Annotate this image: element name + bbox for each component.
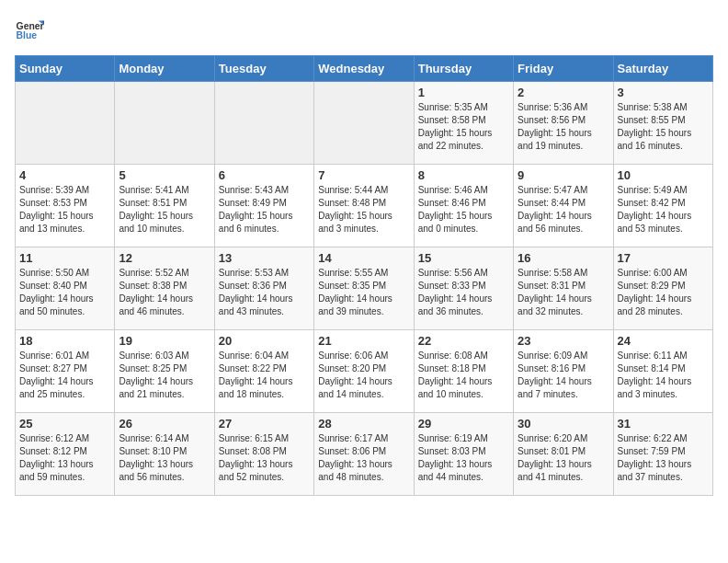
- header-saturday: Saturday: [613, 56, 712, 82]
- day-number: 8: [418, 168, 509, 182]
- header-sunday: Sunday: [16, 56, 115, 82]
- day-number: 1: [418, 86, 509, 99]
- calendar-cell: 1Sunrise: 5:35 AM Sunset: 8:58 PM Daylig…: [414, 82, 513, 165]
- day-number: 31: [618, 417, 709, 431]
- calendar-cell: 10Sunrise: 5:49 AM Sunset: 8:42 PM Dayli…: [613, 165, 712, 247]
- day-info: Sunrise: 5:47 AM Sunset: 8:44 PM Dayligh…: [518, 184, 609, 236]
- day-info: Sunrise: 6:14 AM Sunset: 8:10 PM Dayligh…: [119, 432, 210, 484]
- header-wednesday: Wednesday: [314, 56, 414, 82]
- day-info: Sunrise: 6:06 AM Sunset: 8:20 PM Dayligh…: [318, 350, 409, 401]
- day-info: Sunrise: 6:09 AM Sunset: 8:16 PM Dayligh…: [518, 350, 609, 401]
- day-number: 26: [119, 417, 210, 431]
- day-info: Sunrise: 5:39 AM Sunset: 8:53 PM Dayligh…: [19, 184, 110, 236]
- logo: General Blue: [15, 15, 48, 44]
- day-info: Sunrise: 5:44 AM Sunset: 8:48 PM Dayligh…: [318, 184, 409, 236]
- day-info: Sunrise: 6:17 AM Sunset: 8:06 PM Dayligh…: [318, 432, 409, 484]
- calendar-body: 1Sunrise: 5:35 AM Sunset: 8:58 PM Daylig…: [16, 82, 713, 496]
- calendar-cell: 4Sunrise: 5:39 AM Sunset: 8:53 PM Daylig…: [16, 165, 115, 247]
- day-info: Sunrise: 5:52 AM Sunset: 8:38 PM Dayligh…: [119, 267, 210, 318]
- calendar-cell: 6Sunrise: 5:43 AM Sunset: 8:49 PM Daylig…: [214, 165, 313, 247]
- day-info: Sunrise: 6:01 AM Sunset: 8:27 PM Dayligh…: [19, 350, 110, 401]
- day-number: 16: [518, 251, 609, 265]
- calendar-cell: 2Sunrise: 5:36 AM Sunset: 8:56 PM Daylig…: [514, 82, 613, 165]
- week-row-3: 11Sunrise: 5:50 AM Sunset: 8:40 PM Dayli…: [16, 247, 713, 330]
- day-info: Sunrise: 5:50 AM Sunset: 8:40 PM Dayligh…: [19, 267, 110, 318]
- day-number: 22: [418, 334, 509, 348]
- header-thursday: Thursday: [414, 56, 513, 82]
- calendar-cell: 17Sunrise: 6:00 AM Sunset: 8:29 PM Dayli…: [613, 247, 712, 330]
- calendar-cell: [314, 82, 414, 165]
- day-number: 20: [219, 334, 310, 348]
- day-number: 10: [618, 168, 709, 182]
- calendar-header: SundayMondayTuesdayWednesdayThursdayFrid…: [16, 56, 713, 82]
- calendar-cell: 26Sunrise: 6:14 AM Sunset: 8:10 PM Dayli…: [115, 413, 214, 496]
- day-number: 18: [19, 334, 110, 348]
- day-info: Sunrise: 6:11 AM Sunset: 8:14 PM Dayligh…: [618, 350, 709, 401]
- day-info: Sunrise: 6:03 AM Sunset: 8:25 PM Dayligh…: [119, 350, 210, 401]
- calendar-cell: 30Sunrise: 6:20 AM Sunset: 8:01 PM Dayli…: [514, 413, 613, 496]
- day-number: 2: [518, 86, 609, 99]
- calendar-cell: 14Sunrise: 5:55 AM Sunset: 8:35 PM Dayli…: [314, 247, 414, 330]
- day-number: 23: [518, 334, 609, 348]
- day-number: 24: [618, 334, 709, 348]
- header-row: SundayMondayTuesdayWednesdayThursdayFrid…: [16, 56, 713, 82]
- calendar-cell: 31Sunrise: 6:22 AM Sunset: 7:59 PM Dayli…: [613, 413, 712, 496]
- day-info: Sunrise: 5:58 AM Sunset: 8:31 PM Dayligh…: [518, 267, 609, 318]
- calendar-cell: [214, 82, 313, 165]
- day-number: 11: [19, 251, 110, 265]
- calendar-cell: [16, 82, 115, 165]
- calendar-table: SundayMondayTuesdayWednesdayThursdayFrid…: [15, 55, 713, 496]
- week-row-4: 18Sunrise: 6:01 AM Sunset: 8:27 PM Dayli…: [16, 330, 713, 413]
- logo-icon: General Blue: [15, 15, 44, 44]
- day-number: 19: [119, 334, 210, 348]
- day-info: Sunrise: 6:00 AM Sunset: 8:29 PM Dayligh…: [618, 267, 709, 318]
- day-info: Sunrise: 6:19 AM Sunset: 8:03 PM Dayligh…: [418, 432, 509, 484]
- day-number: 9: [518, 168, 609, 182]
- week-row-2: 4Sunrise: 5:39 AM Sunset: 8:53 PM Daylig…: [16, 165, 713, 247]
- day-info: Sunrise: 5:46 AM Sunset: 8:46 PM Dayligh…: [418, 184, 509, 236]
- day-info: Sunrise: 6:15 AM Sunset: 8:08 PM Dayligh…: [219, 432, 310, 484]
- week-row-1: 1Sunrise: 5:35 AM Sunset: 8:58 PM Daylig…: [16, 82, 713, 165]
- calendar-cell: [115, 82, 214, 165]
- calendar-cell: 27Sunrise: 6:15 AM Sunset: 8:08 PM Dayli…: [214, 413, 313, 496]
- day-info: Sunrise: 5:56 AM Sunset: 8:33 PM Dayligh…: [418, 267, 509, 318]
- day-info: Sunrise: 6:20 AM Sunset: 8:01 PM Dayligh…: [518, 432, 609, 484]
- day-number: 14: [318, 251, 409, 265]
- day-info: Sunrise: 6:04 AM Sunset: 8:22 PM Dayligh…: [219, 350, 310, 401]
- calendar-cell: 13Sunrise: 5:53 AM Sunset: 8:36 PM Dayli…: [214, 247, 313, 330]
- calendar-cell: 3Sunrise: 5:38 AM Sunset: 8:55 PM Daylig…: [613, 82, 712, 165]
- day-number: 30: [518, 417, 609, 431]
- day-number: 25: [19, 417, 110, 431]
- calendar-cell: 29Sunrise: 6:19 AM Sunset: 8:03 PM Dayli…: [414, 413, 513, 496]
- calendar-cell: 11Sunrise: 5:50 AM Sunset: 8:40 PM Dayli…: [16, 247, 115, 330]
- day-info: Sunrise: 5:35 AM Sunset: 8:58 PM Dayligh…: [418, 101, 509, 153]
- day-number: 6: [219, 168, 310, 182]
- calendar-cell: 20Sunrise: 6:04 AM Sunset: 8:22 PM Dayli…: [214, 330, 313, 413]
- day-number: 21: [318, 334, 409, 348]
- day-info: Sunrise: 5:55 AM Sunset: 8:35 PM Dayligh…: [318, 267, 409, 318]
- calendar-cell: 9Sunrise: 5:47 AM Sunset: 8:44 PM Daylig…: [514, 165, 613, 247]
- day-info: Sunrise: 5:43 AM Sunset: 8:49 PM Dayligh…: [219, 184, 310, 236]
- day-number: 4: [19, 168, 110, 182]
- svg-text:Blue: Blue: [17, 30, 38, 40]
- page-header: General Blue: [15, 15, 713, 44]
- day-number: 5: [119, 168, 210, 182]
- day-number: 28: [318, 417, 409, 431]
- day-info: Sunrise: 5:53 AM Sunset: 8:36 PM Dayligh…: [219, 267, 310, 318]
- day-info: Sunrise: 5:41 AM Sunset: 8:51 PM Dayligh…: [119, 184, 210, 236]
- day-number: 15: [418, 251, 509, 265]
- day-info: Sunrise: 6:12 AM Sunset: 8:12 PM Dayligh…: [19, 432, 110, 484]
- day-number: 27: [219, 417, 310, 431]
- calendar-cell: 19Sunrise: 6:03 AM Sunset: 8:25 PM Dayli…: [115, 330, 214, 413]
- day-number: 12: [119, 251, 210, 265]
- header-tuesday: Tuesday: [214, 56, 313, 82]
- header-monday: Monday: [115, 56, 214, 82]
- calendar-cell: 23Sunrise: 6:09 AM Sunset: 8:16 PM Dayli…: [514, 330, 613, 413]
- calendar-cell: 22Sunrise: 6:08 AM Sunset: 8:18 PM Dayli…: [414, 330, 513, 413]
- calendar-cell: 15Sunrise: 5:56 AM Sunset: 8:33 PM Dayli…: [414, 247, 513, 330]
- calendar-cell: 7Sunrise: 5:44 AM Sunset: 8:48 PM Daylig…: [314, 165, 414, 247]
- day-info: Sunrise: 6:08 AM Sunset: 8:18 PM Dayligh…: [418, 350, 509, 401]
- svg-text:General: General: [17, 21, 44, 31]
- calendar-cell: 12Sunrise: 5:52 AM Sunset: 8:38 PM Dayli…: [115, 247, 214, 330]
- calendar-cell: 24Sunrise: 6:11 AM Sunset: 8:14 PM Dayli…: [613, 330, 712, 413]
